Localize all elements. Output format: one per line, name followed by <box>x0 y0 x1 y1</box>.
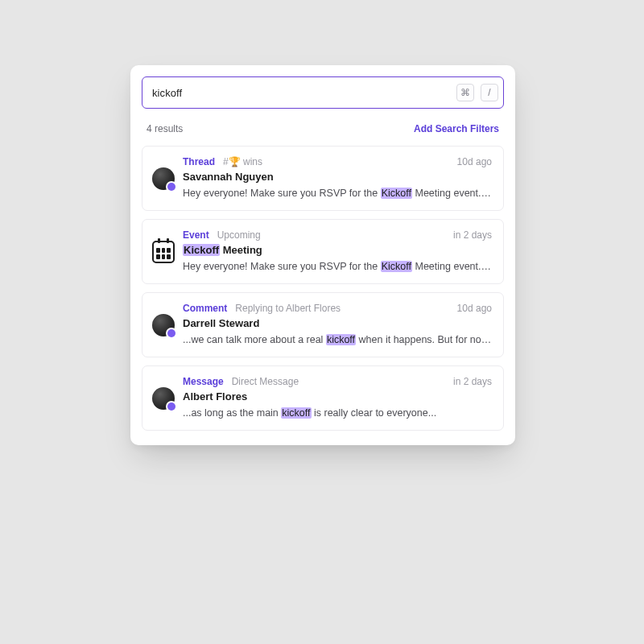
message-badge-icon <box>166 401 177 412</box>
calendar-icon <box>152 241 175 263</box>
result-type: Thread <box>183 156 215 167</box>
result-body: Thread #🏆 wins 10d ago Savannah Nguyen H… <box>183 156 492 199</box>
search-field-wrapper: ⌘ / <box>142 76 504 109</box>
result-time: in 2 days <box>453 376 492 387</box>
result-snippet: ...we can talk more about a real kickoff… <box>183 334 492 345</box>
comment-badge-icon <box>166 328 177 339</box>
result-author: Savannah Nguyen <box>183 171 492 183</box>
result-author: Albert Flores <box>183 390 492 402</box>
result-author: Darrell Steward <box>183 317 492 329</box>
results-meta-row: 4 results Add Search Filters <box>142 109 504 146</box>
result-snippet: ...as long as the main kickoff is really… <box>183 407 492 419</box>
cmd-key-hint: ⌘ <box>456 84 474 101</box>
avatar <box>152 167 175 190</box>
result-event[interactable]: Event Upcoming in 2 days Kickoff Meeting… <box>142 219 504 284</box>
result-comment[interactable]: Comment Replying to Albert Flores 10d ag… <box>142 292 504 357</box>
avatar <box>152 387 175 410</box>
result-type: Comment <box>183 303 227 314</box>
result-body: Comment Replying to Albert Flores 10d ag… <box>183 303 492 345</box>
result-subinfo: Direct Message <box>232 376 299 387</box>
search-input[interactable] <box>152 87 450 99</box>
result-body: Message Direct Message in 2 days Albert … <box>183 376 492 419</box>
results-list: Thread #🏆 wins 10d ago Savannah Nguyen H… <box>142 146 504 431</box>
result-subinfo: #🏆 wins <box>223 156 262 167</box>
result-subinfo: Upcoming <box>217 229 261 241</box>
result-time: 10d ago <box>457 156 492 167</box>
result-body: Event Upcoming in 2 days Kickoff Meeting… <box>183 229 492 272</box>
result-type: Message <box>183 376 224 387</box>
slash-key-hint: / <box>481 84 498 101</box>
result-snippet: Hey everyone! Make sure you RSVP for the… <box>183 188 492 199</box>
thread-badge-icon <box>166 181 177 192</box>
result-subinfo: Replying to Albert Flores <box>235 303 341 314</box>
result-type: Event <box>183 229 209 241</box>
result-title: Kickoff Meeting <box>183 244 492 256</box>
result-message[interactable]: Message Direct Message in 2 days Albert … <box>142 365 504 431</box>
result-snippet: Hey everyone! Make sure you RSVP for the… <box>183 261 492 272</box>
search-panel: ⌘ / 4 results Add Search Filters Thread … <box>130 65 515 445</box>
result-time: in 2 days <box>453 229 492 241</box>
add-search-filters-link[interactable]: Add Search Filters <box>414 123 499 134</box>
result-thread[interactable]: Thread #🏆 wins 10d ago Savannah Nguyen H… <box>142 146 504 211</box>
result-time: 10d ago <box>457 303 492 314</box>
avatar <box>152 314 175 336</box>
results-count: 4 results <box>147 123 183 134</box>
